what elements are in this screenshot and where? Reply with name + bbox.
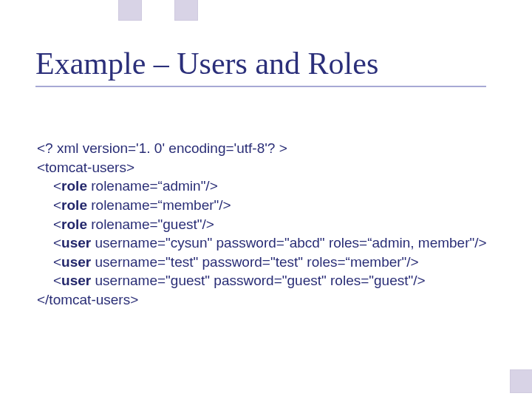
xml-user-test: <user username="test" password="test" ro… [37,253,487,272]
accent-box-bottom [510,369,532,393]
slide: Example – Users and Roles <? xml version… [0,0,532,399]
xml-code-block: <? xml version='1. 0' encoding='utf-8'? … [37,139,487,310]
xml-open-bracket: < [53,197,61,213]
xml-open-bracket: < [53,216,61,232]
xml-user-tag: user [61,273,91,288]
xml-role-member: <role rolename=“member"/> [37,196,487,215]
xml-open-bracket: < [53,178,61,194]
accent-box-top-1 [118,0,142,21]
xml-role-attrs: rolename="guest"/> [87,216,214,232]
xml-role-attrs: rolename=“admin"/> [87,178,218,194]
xml-role-attrs: rolename=“member"/> [87,197,231,213]
xml-declaration: <? xml version='1. 0' encoding='utf-8'? … [37,139,487,158]
xml-role-tag: role [61,216,87,232]
accent-box-top-2 [174,0,198,21]
xml-user-attrs: username="test" password="test" roles=“m… [91,254,418,270]
xml-user-attrs: username="cysun" password="abcd" roles=“… [91,235,486,250]
xml-user-guest: <user username="guest" password="guest" … [37,271,487,290]
xml-user-tag: user [61,235,91,250]
xml-role-tag: role [61,178,87,194]
slide-title: Example – Users and Roles [35,46,486,81]
xml-user-cysun: <user username="cysun" password="abcd" r… [37,233,487,253]
xml-role-tag: role [61,197,87,213]
xml-role-admin: <role rolename=“admin"/> [37,177,487,196]
xml-role-guest: <role rolename="guest"/> [37,215,487,234]
xml-close-root: </tomcat-users> [37,290,487,310]
xml-user-tag: user [61,254,91,270]
xml-open-bracket: < [53,254,61,270]
title-block: Example – Users and Roles [35,46,486,87]
xml-user-attrs: username="guest" password="guest" roles=… [91,273,425,288]
xml-open-bracket: < [53,273,61,288]
xml-open-bracket: < [53,235,61,250]
xml-open-root: <tomcat-users> [37,158,487,177]
title-underline [35,86,486,87]
